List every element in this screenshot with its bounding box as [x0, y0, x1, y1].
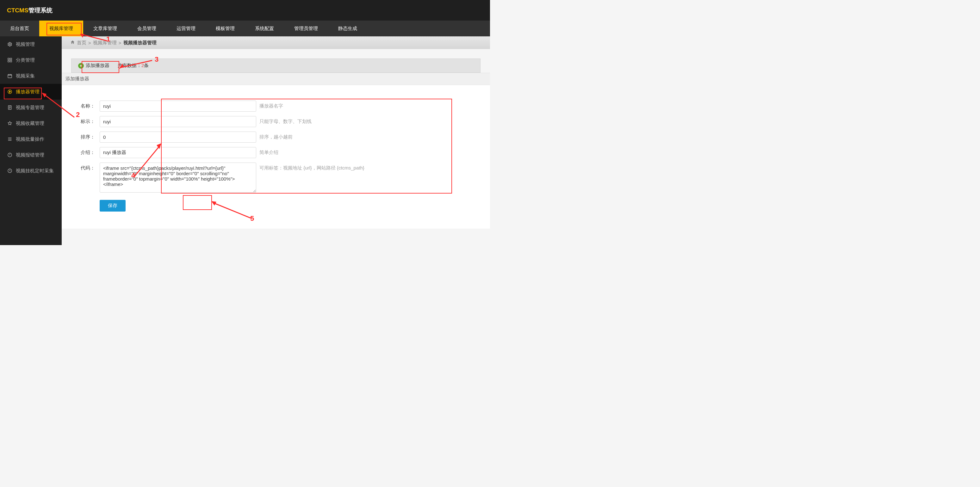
panel-title: 添加播放器: [62, 73, 490, 85]
sidebar-item-5[interactable]: 视频收藏管理: [0, 116, 62, 131]
gear-icon: [7, 41, 13, 47]
sidebar-item-7[interactable]: 视频报错管理: [0, 147, 62, 163]
sidebar: 视频管理分类管理视频采集播放器管理视频专题管理视频收藏管理视频批量操作视频报错管…: [0, 36, 62, 245]
topnav-item-6[interactable]: 系统配置: [245, 21, 284, 36]
add-player-label: 添加播放器: [86, 63, 110, 69]
topnav-item-1[interactable]: 视频库管理: [39, 21, 83, 36]
sidebar-item-label: 视频专题管理: [16, 105, 44, 111]
topnav-item-8[interactable]: 静态生成: [328, 21, 367, 36]
star-icon: [7, 121, 13, 126]
save-button[interactable]: 保存: [100, 200, 126, 211]
sidebar-item-1[interactable]: 分类管理: [0, 52, 62, 68]
breadcrumb: 首页 > 视频库管理 > 视频播放器管理: [62, 36, 490, 49]
sidebar-item-2[interactable]: 视频采集: [0, 68, 62, 84]
label-flag: 标示：: [81, 116, 100, 127]
breadcrumb-sep: >: [119, 40, 121, 46]
svg-rect-5: [8, 74, 12, 78]
sidebar-item-4[interactable]: 视频专题管理: [0, 100, 62, 116]
svg-rect-1: [8, 58, 10, 60]
sidebar-item-label: 视频收藏管理: [16, 121, 44, 127]
label-intro: 介绍：: [81, 147, 100, 158]
app-logo: CTCMS管理系统: [7, 6, 52, 14]
alert-icon: [7, 152, 13, 158]
name-input[interactable]: [100, 101, 256, 112]
breadcrumb-current: 视频播放器管理: [123, 40, 157, 46]
hint-flag: 只能字母、数字、下划线: [256, 116, 364, 127]
svg-point-0: [9, 44, 10, 45]
topnav-item-3[interactable]: 会员管理: [127, 21, 166, 36]
calendar-icon: [7, 73, 13, 79]
sidebar-item-label: 视频挂机定时采集: [16, 168, 54, 174]
top-nav: 后台首页视频库管理文章库管理会员管理运营管理模板管理系统配置管理员管理静态生成: [0, 21, 490, 36]
main: 首页 > 视频库管理 > 视频播放器管理 + 添加播放器 共有数据：2条 添加播…: [62, 36, 490, 245]
topnav-item-4[interactable]: 运营管理: [166, 21, 205, 36]
list-icon: [7, 136, 13, 142]
sidebar-item-label: 视频管理: [16, 41, 35, 48]
order-input[interactable]: [100, 132, 256, 143]
doc-icon: [7, 105, 13, 110]
stats: 共有数据：2条: [118, 63, 149, 69]
sidebar-item-3[interactable]: 播放器管理: [0, 84, 62, 100]
logo-accent: CTCMS: [7, 7, 29, 14]
code-textarea[interactable]: [100, 163, 256, 193]
sidebar-item-label: 分类管理: [16, 57, 35, 63]
sidebar-item-8[interactable]: 视频挂机定时采集: [0, 163, 62, 179]
label-order: 排序：: [81, 132, 100, 143]
sidebar-item-label: 视频采集: [16, 73, 35, 79]
sidebar-item-label: 视频报错管理: [16, 152, 44, 158]
header: CTCMS管理系统: [0, 0, 490, 21]
breadcrumb-mid[interactable]: 视频库管理: [93, 40, 117, 46]
grid-icon: [7, 57, 13, 63]
topnav-item-2[interactable]: 文章库管理: [83, 21, 127, 36]
form-area: 名称： 播放器名字 标示： 只能字母、数字、下划线 排序： 排序，越小越前 介绍…: [62, 85, 490, 228]
flag-input[interactable]: [100, 116, 256, 127]
stats-suffix: 条: [144, 63, 149, 68]
hint-name: 播放器名字: [256, 101, 364, 112]
topnav-item-5[interactable]: 模板管理: [205, 21, 245, 36]
breadcrumb-sep: >: [88, 40, 91, 46]
play-icon: [7, 89, 13, 95]
label-name: 名称：: [81, 101, 100, 112]
topnav-item-7[interactable]: 管理员管理: [284, 21, 328, 36]
sidebar-item-label: 播放器管理: [16, 89, 40, 95]
add-player-button[interactable]: + 添加播放器: [76, 62, 111, 70]
home-icon: [70, 40, 75, 46]
topnav-item-0[interactable]: 后台首页: [0, 21, 39, 36]
toolbar: + 添加播放器 共有数据：2条: [71, 59, 480, 73]
clock-icon: [7, 168, 13, 174]
hint-code: 可用标签：视频地址 {url}，网站路径 {ctcms_path}: [256, 163, 364, 194]
intro-input[interactable]: [100, 147, 256, 158]
svg-rect-2: [10, 58, 12, 60]
svg-rect-4: [10, 60, 12, 62]
sidebar-item-0[interactable]: 视频管理: [0, 36, 62, 52]
logo-rest: 管理系统: [29, 7, 52, 14]
hint-order: 排序，越小越前: [256, 132, 364, 143]
plus-icon: +: [78, 63, 84, 69]
stats-label: 共有数据：: [118, 63, 142, 68]
label-code: 代码：: [81, 163, 100, 194]
breadcrumb-home[interactable]: 首页: [77, 40, 86, 46]
svg-rect-3: [8, 60, 10, 62]
hint-intro: 简单介绍: [256, 147, 364, 158]
sidebar-item-6[interactable]: 视频批量操作: [0, 131, 62, 147]
sidebar-item-label: 视频批量操作: [16, 136, 44, 142]
